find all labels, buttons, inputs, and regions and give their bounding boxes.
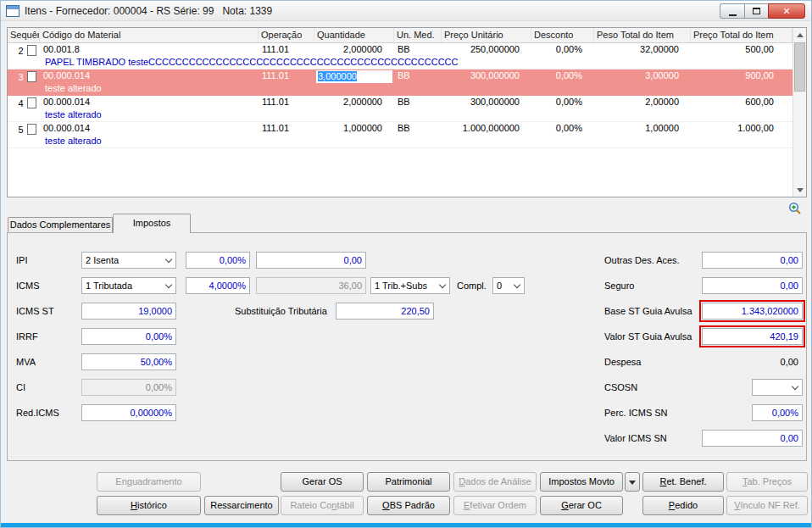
tab-dados-complementares[interactable]: Dados Complementares [8,217,113,232]
button-label: Gerar OC [561,500,602,510]
ressarcimento-button[interactable]: Ressarcimento [204,496,279,515]
row-checkbox[interactable] [27,124,36,135]
csosn-select[interactable] [752,379,803,396]
col-header-preco-total: Preço Total do Item [691,28,793,42]
valor-icms-sn-field[interactable]: 0,00 [702,430,803,447]
operacao-cell: 111.01 [259,44,314,57]
col-header-un-med: Un. Med. [394,28,442,42]
icms-trib-select[interactable]: 1 Trib.+Subs [370,277,450,294]
button-label: Enquadramento [115,476,181,486]
icms-label: ICMS [16,277,40,294]
despesa-label: Despesa [604,353,641,370]
base-st-guia-avulsa-field[interactable]: 1.343,020000 [702,303,803,320]
icms-compl-select[interactable]: 0 [492,277,525,294]
window-icon [6,5,19,17]
red-icms-label: Red.ICMS [16,404,59,421]
tab-impostos[interactable]: Impostos [113,214,191,233]
gerar-oc-button[interactable]: Gerar OC [540,496,623,515]
selected-text: 3,000000 [318,71,357,81]
outras-des-aces-label: Outras Des. Aces. [604,252,680,269]
button-label: Gerar OS [302,476,342,486]
button-label: Ret. Benef. [659,476,706,486]
icms-rate-field[interactable]: 4,0000% [186,277,250,294]
sequence-cell: 3 [8,70,40,83]
unidade-cell: BB [394,123,442,136]
preco-unitario-cell: 250,000000 [442,44,531,57]
material-description: teste alterado [8,109,793,121]
enquadramento-button: Enquadramento [97,472,201,492]
mva-field[interactable]: 50,00% [81,353,176,370]
ipi-type-value: 2 Isenta [82,255,162,265]
table-row[interactable]: 4 00.000.014 111.01 2,000000 BB 300,0000… [8,96,793,122]
button-label: Patrimonial [385,476,431,486]
unidade-cell: BB [394,44,442,57]
ipi-rate-field[interactable]: 0,00% [186,252,250,269]
quantity-edit-field[interactable]: 3,000000 [316,70,392,83]
operacao-cell: 111.01 [259,123,314,136]
grid-body: 2 00.001.8 111.01 2,000000 BB 250,000000… [8,43,793,197]
window-title: Itens - Fornecedor: 000004 - RS Série: 9… [25,5,272,17]
irrf-field[interactable]: 0,00% [81,328,176,345]
ret-benef-button[interactable]: Ret. Benef. [642,472,724,492]
valor-st-guia-avulsa-field[interactable]: 420,19 [702,328,803,345]
tab-precos-button: Tab. Preços [726,472,808,492]
sequence-number: 3 [16,72,24,82]
button-label: Pedido [669,500,698,510]
impostos-movto-dropdown-button[interactable] [625,472,640,492]
material-description: teste alterado [8,83,793,95]
desconto-cell: 0,00% [531,44,594,57]
impostos-movto-button[interactable]: Impostos Movto [540,472,623,492]
seguro-field[interactable]: 0,00 [702,277,803,294]
scroll-up-button[interactable] [793,28,806,42]
historico-button[interactable]: Histórico [97,496,201,515]
scroll-down-button[interactable] [793,183,806,197]
ipi-type-select[interactable]: 2 Isenta [81,252,176,269]
compl-label: Compl. [457,277,487,294]
vertical-scrollbar[interactable] [793,28,806,197]
substituicao-tributaria-label: Substituição Tributária [235,303,327,320]
red-icms-field[interactable]: 0,00000% [81,404,176,421]
icms-type-select[interactable]: 1 Tributada [81,277,176,294]
gerar-os-button[interactable]: Gerar OS [281,472,364,492]
dados-de-analise-button: Dados de Análise [453,472,537,492]
table-row-selected[interactable]: 3 00.000.014 111.01 3,000000 BB 300,0000… [8,69,793,96]
button-label: OBS Padrão [382,500,435,510]
maximize-button[interactable] [744,3,768,19]
peso-total-cell: 2,00000 [594,97,691,109]
preco-unitario-cell: 300,000000 [442,97,531,109]
vinculo-nf-ref-button: Vínculo NF Ref. [726,496,808,515]
table-row[interactable]: 2 00.001.8 111.01 2,000000 BB 250,000000… [8,43,793,69]
sequence-number: 2 [16,46,24,56]
icms-st-field[interactable]: 19,0000 [81,303,176,320]
valor-st-guia-avulsa-label: Valor ST Guia Avulsa [604,328,692,345]
row-checkbox[interactable] [27,71,36,82]
substituicao-tributaria-field[interactable]: 220,50 [336,303,434,320]
pedido-button[interactable]: Pedido [642,496,724,515]
col-header-quantidade: Quantidade [314,28,394,42]
chevron-down-icon [510,278,524,293]
efetivar-ordem-button: Efetivar Ordem [453,496,537,515]
zoom-icon[interactable] [787,201,803,216]
button-label: Ressarcimento [210,500,272,510]
col-header-codigo-material: Código do Material [40,28,259,42]
base-st-guia-avulsa-label: Base ST Guia Avulsa [604,303,692,320]
chevron-down-icon [162,253,175,268]
table-row[interactable]: 5 00.000.014 111.01 1,000000 BB 1.000,00… [8,122,793,148]
obs-padrao-button[interactable]: OBS Padrão [367,496,450,515]
button-label: Histórico [131,500,167,510]
perc-icms-sn-field[interactable]: 0,00% [752,404,803,421]
outras-des-aces-field[interactable]: 0,00 [702,252,803,269]
row-checkbox[interactable] [27,45,36,56]
title-bar: Itens - Fornecedor: 000004 - RS Série: 9… [1,1,811,21]
material-description: PAPEL TIMBRADO testeCCCCCCCCCCCCCCCCCCCC… [8,57,793,69]
button-label: Tab. Preços [742,476,792,486]
chevron-down-icon [629,481,636,485]
patrimonial-button[interactable]: Patrimonial [367,472,450,492]
close-button[interactable]: ✕ [768,3,805,19]
icms-compl-value: 0 [493,281,510,291]
unidade-cell: BB [394,70,442,83]
row-checkbox[interactable] [27,97,36,108]
minimize-button[interactable] [720,3,744,19]
scrollbar-thumb[interactable] [794,42,805,92]
ipi-value-field[interactable]: 0,00 [256,252,366,269]
